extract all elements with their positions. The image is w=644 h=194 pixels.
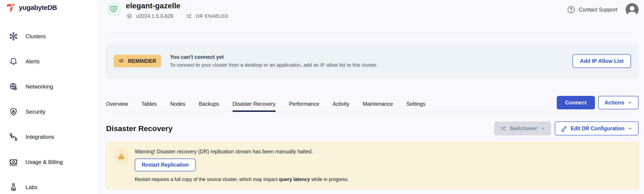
cluster-health-badge — [106, 2, 121, 16]
connect-button[interactable]: Connect — [557, 96, 595, 109]
avatar-person-icon — [630, 6, 634, 11]
warning-triangle-icon — [118, 152, 125, 160]
integrations-flow-icon — [9, 132, 18, 141]
user-avatar[interactable] — [626, 3, 638, 16]
sidebar-item-label: Integrations — [26, 134, 54, 140]
page-title: Disaster Recovery — [106, 124, 173, 133]
shuffle-icon — [500, 125, 506, 132]
networking-globe-gear-icon — [9, 82, 18, 91]
contact-support-label: Contact Support — [579, 7, 618, 13]
sidebar-item-clusters[interactable]: Clusters — [0, 31, 98, 42]
reminder-text: You can't connect yet To connect to your… — [170, 54, 378, 68]
clusters-icon — [9, 32, 18, 41]
tab-overview[interactable]: Overview — [106, 101, 128, 112]
warning-content: Warning! Disaster recovery (DR) replicat… — [135, 148, 349, 182]
logo-text: yugabyteDB — [19, 4, 57, 12]
sidebar-item-integrations[interactable]: Integrations — [0, 132, 98, 142]
reminder-title: You can't connect yet — [170, 54, 378, 60]
warning-icon-circle — [114, 148, 128, 164]
cluster-title-block: elegant-gazelle v2024.1.5.0-b26 — [126, 2, 228, 33]
shuffle-icon — [186, 13, 192, 20]
security-shield-lock-icon — [9, 107, 18, 116]
heart-check-icon — [109, 5, 118, 14]
edit-dr-configuration-button[interactable]: Edit DR Configuration — [555, 121, 638, 135]
sidebar-item-label: Alerts — [26, 58, 40, 65]
tab-performance[interactable]: Performance — [289, 101, 319, 112]
tab-backups[interactable]: Backups — [199, 101, 219, 112]
tab-nodes[interactable]: Nodes — [170, 101, 186, 112]
sidebar-item-label: Clusters — [26, 33, 46, 40]
megaphone-icon — [118, 58, 125, 64]
sidebar: yugabyteDB Clusters Alerts — [0, 0, 98, 194]
sidebar-item-label: Networking — [26, 84, 53, 90]
actions-dropdown-button[interactable]: Actions — [598, 96, 638, 109]
yugabytedb-logo-icon — [6, 3, 16, 13]
cluster-identity: elegant-gazelle v2024.1.5.0-b26 — [106, 2, 228, 33]
reminder-subtitle: To connect to your cluster from a deskto… — [170, 62, 378, 68]
cluster-header: elegant-gazelle v2024.1.5.0-b26 — [106, 0, 638, 33]
switchover-dropdown-button[interactable]: Switchover — [494, 121, 551, 135]
edit-dr-label: Edit DR Configuration — [571, 125, 624, 132]
question-circle-icon — [567, 5, 576, 14]
main-content: elegant-gazelle v2024.1.5.0-b26 — [98, 0, 644, 194]
tab-tables[interactable]: Tables — [142, 101, 157, 112]
reminder-badge-label: REMINDER — [128, 58, 156, 64]
cluster-tabs: Overview Tables Nodes Backups Disaster R… — [106, 101, 439, 112]
header-right: Contact Support — [567, 2, 638, 18]
chevron-down-icon — [628, 126, 632, 131]
dr-enabled-badge: DR ENABLED — [196, 14, 228, 19]
sidebar-item-networking[interactable]: Networking — [0, 81, 98, 92]
side-nav: Clusters Alerts Networking Se — [0, 31, 98, 193]
reminder-banner: REMINDER You can't connect yet To connec… — [106, 44, 638, 78]
cluster-action-buttons: Connect Actions — [557, 96, 638, 109]
actions-label: Actions — [604, 99, 624, 106]
restart-replication-button[interactable]: Restart Replication — [135, 158, 196, 171]
cluster-meta: v2024.1.5.0-b26 DR ENABLED — [126, 13, 228, 20]
dr-section-header: Disaster Recovery Switchover — [106, 121, 638, 135]
edit-pencil-icon — [561, 125, 568, 132]
reminder-badge: REMINDER — [114, 55, 161, 67]
sidebar-item-label: Labs — [26, 184, 38, 190]
dr-warning-banner: Warning! Disaster recovery (DR) replicat… — [106, 142, 638, 189]
dr-section-buttons: Switchover Edit DR Configuration — [494, 121, 638, 135]
chevron-down-icon — [540, 126, 545, 131]
tab-disaster-recovery[interactable]: Disaster Recovery — [232, 101, 276, 112]
sidebar-item-usage-billing[interactable]: Usage & Billing — [0, 157, 98, 167]
cluster-name: elegant-gazelle — [126, 2, 228, 10]
tab-maintenance[interactable]: Maintenance — [363, 101, 393, 112]
warning-note-text: while in progress. — [310, 177, 349, 182]
yugabytedb-logo[interactable]: yugabyteDB — [0, 0, 98, 13]
billing-banknote-icon — [9, 158, 18, 167]
sidebar-item-security[interactable]: Security — [0, 106, 98, 117]
tab-activity[interactable]: Activity — [332, 101, 349, 112]
add-ip-allow-list-button[interactable]: Add IP Allow List — [572, 54, 631, 68]
alerts-bell-icon — [9, 57, 18, 66]
contact-support-link[interactable]: Contact Support — [567, 5, 618, 14]
warning-note-bold: query latency — [279, 177, 310, 182]
sidebar-item-label: Security — [26, 109, 46, 115]
warning-note-text: Restart requires a full copy of the sour… — [135, 177, 279, 182]
warning-title: Warning! Disaster recovery (DR) replicat… — [135, 148, 349, 155]
labs-flask-icon — [9, 183, 18, 192]
sidebar-item-alerts[interactable]: Alerts — [0, 56, 98, 67]
cluster-version: v2024.1.5.0-b26 — [136, 13, 173, 19]
tab-settings[interactable]: Settings — [406, 101, 425, 112]
chevron-down-icon — [628, 100, 632, 105]
sidebar-item-label: Usage & Billing — [26, 159, 63, 165]
cluster-tabs-row: Overview Tables Nodes Backups Disaster R… — [106, 78, 638, 112]
warning-note: Restart requires a full copy of the sour… — [135, 177, 349, 182]
layers-icon — [126, 13, 133, 20]
sidebar-item-labs[interactable]: Labs — [0, 182, 98, 193]
switchover-label: Switchover — [510, 125, 537, 132]
